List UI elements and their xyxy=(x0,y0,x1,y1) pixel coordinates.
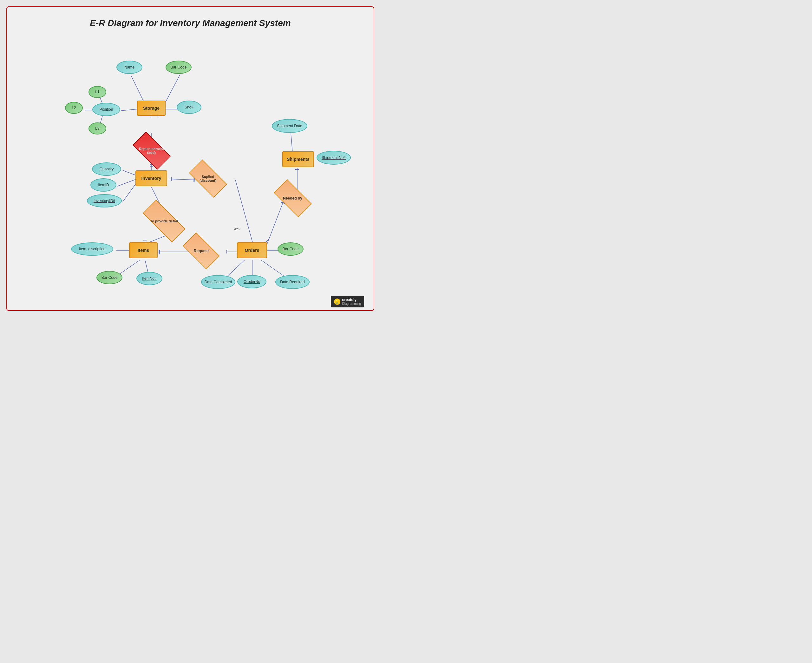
svg-line-11 xyxy=(123,182,137,202)
entity-items: Items xyxy=(129,243,158,258)
attr-quantity: Quantity xyxy=(92,162,121,176)
attr-inventoryid: InventoryID# xyxy=(87,194,122,207)
attr-barcode-storage: Bar Code xyxy=(166,61,192,74)
attr-date-completed: Date Completed xyxy=(201,275,235,289)
relationship-request: Request xyxy=(181,240,221,262)
svg-line-27 xyxy=(291,134,292,152)
svg-line-13 xyxy=(235,180,253,243)
attr-l1: L1 xyxy=(89,86,106,98)
er-canvas: Storage Inventory Items Orders Shipments… xyxy=(13,31,367,310)
attr-l3: L3 xyxy=(89,123,106,134)
svg-line-3 xyxy=(121,109,137,111)
attr-sno: Sno# xyxy=(177,100,202,114)
relationship-to-provide: To provide detail xyxy=(140,210,188,233)
entity-storage: Storage xyxy=(137,100,166,116)
creately-badge: 💡 creately Diagramming xyxy=(331,296,364,307)
svg-line-10 xyxy=(117,179,137,186)
attr-shipment-no: Shipment No# xyxy=(316,151,351,165)
attr-item-desc: Item_discription xyxy=(71,243,113,255)
attr-barcode-items: Bar Code xyxy=(97,271,123,284)
attr-shipment-date: Shipment Date xyxy=(272,119,307,133)
entity-shipments: Shipments xyxy=(282,151,314,167)
attr-itemno: ItemNo# xyxy=(136,272,162,285)
diagram-container: E-R Diagram for Inventory Management Sys… xyxy=(6,6,374,311)
attr-l2: L2 xyxy=(65,102,83,114)
attr-barcode-orders: Bar Code xyxy=(278,243,303,255)
entity-inventory: Inventory xyxy=(136,170,167,186)
attr-date-required: Date Required xyxy=(275,275,310,289)
attr-orderno: OrederNo xyxy=(237,275,266,288)
diagram-title: E-R Diagram for Inventory Management Sys… xyxy=(13,13,367,31)
relationship-replenishment: Replenishment (add) xyxy=(130,139,173,162)
attr-position: Position xyxy=(92,103,120,116)
entity-orders: Orders xyxy=(237,243,267,258)
attr-name: Name xyxy=(116,61,142,74)
attr-itemid: ItemID xyxy=(90,178,116,192)
svg-line-9 xyxy=(123,170,137,176)
relationship-needed-by: Needed by xyxy=(271,187,314,210)
creately-bulb-icon: 💡 xyxy=(334,299,341,305)
text-note-label: text xyxy=(234,226,239,230)
relationship-supplied: Suplied (discount) xyxy=(187,167,229,190)
